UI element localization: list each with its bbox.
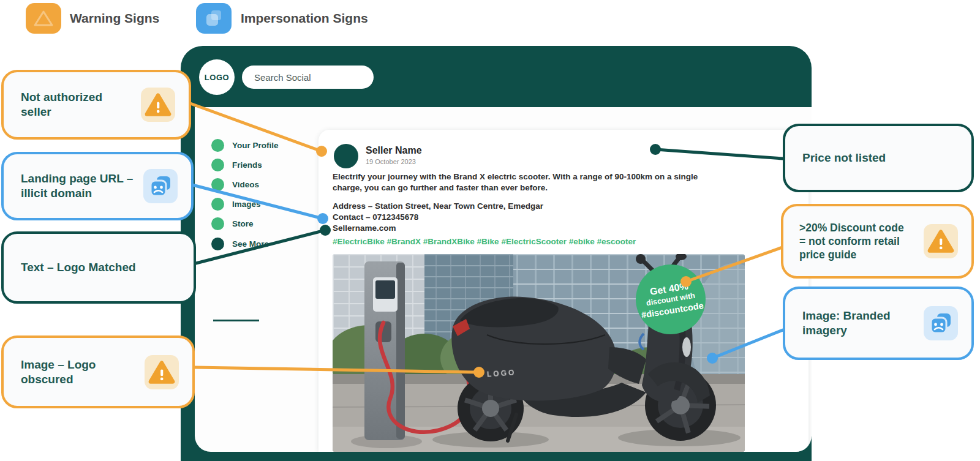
sidebar-item-images[interactable]: Images	[211, 197, 261, 211]
sidebar-label: Videos	[232, 180, 259, 189]
search-input[interactable]	[242, 66, 374, 89]
callout-text: Image – Logo obscured	[21, 358, 119, 387]
seller-avatar	[334, 144, 358, 168]
sidebar-label: See More	[232, 239, 269, 249]
post-date: 19 October 2023	[366, 158, 416, 165]
profile-dot-icon	[211, 139, 224, 152]
sidebar-label: Your Profile	[232, 141, 279, 150]
warning-triangle-icon	[33, 9, 54, 28]
sidebar-item-your-profile[interactable]: Your Profile	[211, 138, 279, 152]
callout-landing-page-url: Landing page URL – illicit domain	[1, 152, 194, 220]
post-address: Address – Station Street, Near Town Cent…	[333, 201, 718, 212]
legend-impersonation-swatch	[196, 3, 232, 34]
callout-text: Landing page URL – illicit domain	[21, 171, 137, 201]
sidebar-label: Images	[232, 200, 261, 209]
warning-icon	[145, 355, 179, 389]
sidebar-divider	[213, 320, 259, 321]
social-logo[interactable]: LOGO	[199, 59, 235, 95]
sidebar-label: Friends	[232, 160, 262, 170]
infographic-stage: Warning Signs Impersonation Signs LOGO Y…	[0, 0, 980, 461]
browser-window: LOGO Your Profile Friends Videos Images	[181, 46, 812, 461]
seller-name: Seller Name	[366, 145, 422, 156]
window-content: Your Profile Friends Videos Images Store…	[195, 107, 812, 452]
store-dot-icon	[211, 217, 224, 230]
post-body: Electrify your journey with the Brand X …	[333, 171, 718, 193]
legend-warning-swatch	[26, 3, 61, 34]
legend-impersonation-label: Impersonation Signs	[241, 3, 368, 34]
social-post-card: Seller Name 19 October 2023 Electrify yo…	[318, 130, 809, 452]
callout-text: >20% Discount code = not conform retail …	[799, 221, 910, 261]
impersonation-icon	[924, 306, 958, 340]
callout-not-authorized-seller: Not authorized seller	[1, 70, 191, 140]
callout-text: Price not listed	[802, 151, 949, 165]
post-hashtags[interactable]: #ElectricBike #BrandX #BrandXBike #Bike …	[333, 236, 718, 247]
callout-text: Image: Branded imagery	[802, 309, 907, 338]
callout-price-not-listed: Price not listed	[783, 124, 974, 192]
post-photo: LOGO Get 40% discount with #discountcode	[333, 254, 745, 452]
warning-icon	[924, 224, 958, 258]
warning-icon	[141, 88, 175, 122]
social-logo-text: LOGO	[205, 73, 229, 82]
callout-text: Not authorized seller	[21, 90, 119, 119]
callout-text-logo-matched: Text – Logo Matched	[1, 231, 196, 304]
post-contact: Contact – 0712345678	[333, 212, 718, 223]
images-dot-icon	[211, 198, 224, 211]
friends-dot-icon	[211, 159, 224, 171]
sidebar-item-friends[interactable]: Friends	[211, 158, 262, 171]
sidebar-item-videos[interactable]: Videos	[211, 178, 259, 191]
sidebar-label: Store	[232, 219, 254, 228]
legend-warning-label: Warning Signs	[70, 3, 159, 34]
impersonation-icon	[143, 169, 178, 203]
callout-text: Text – Logo Matched	[21, 260, 168, 275]
sidebar-item-store[interactable]: Store	[211, 217, 254, 230]
callout-discount-code: >20% Discount code = not conform retail …	[781, 204, 974, 279]
impersonation-icon	[204, 9, 224, 28]
see-more-dot-icon	[211, 238, 224, 250]
videos-dot-icon	[211, 178, 224, 191]
post-url: Sellername.com	[333, 223, 718, 234]
callout-branded-imagery: Image: Branded imagery	[783, 287, 974, 360]
sidebar-item-see-more[interactable]: See More	[211, 237, 269, 250]
callout-image-logo-obscured: Image – Logo obscured	[1, 335, 195, 408]
